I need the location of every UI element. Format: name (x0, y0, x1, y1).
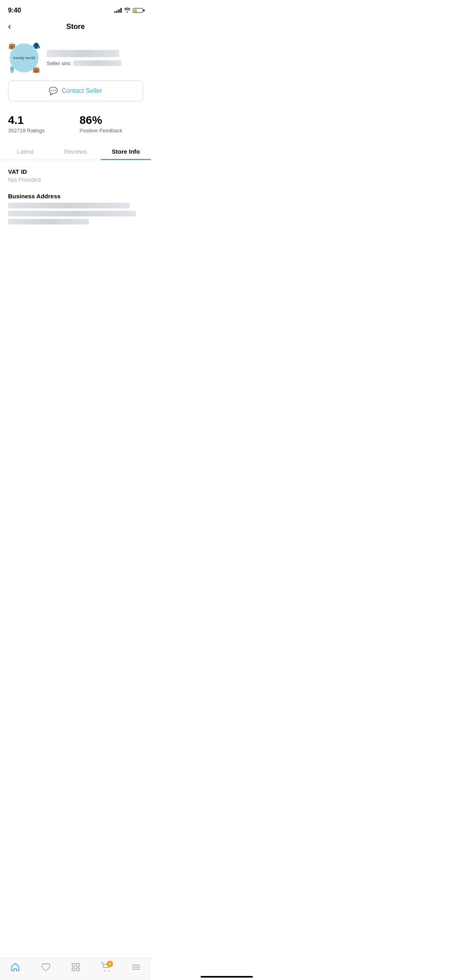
rating-label: 352718 Ratings (8, 128, 72, 134)
feedback-label: Positive Feedback (80, 128, 143, 134)
vat-section: VAT ID Not Provided (8, 168, 143, 183)
vat-value: Not Provided (8, 177, 143, 183)
address-line-1-blurred (8, 203, 130, 208)
header: ‹ Store (0, 18, 151, 35)
contact-btn-container: 💬 Contact Seller (0, 79, 151, 108)
status-icons (114, 8, 143, 14)
store-info-text: Seller sinc (47, 50, 143, 66)
tab-latest[interactable]: Latest (0, 143, 50, 160)
store-logo: 👜 🧥 trendy world 🩴 👜 (8, 42, 40, 74)
page-title: Store (66, 23, 85, 31)
contact-seller-button[interactable]: 💬 Contact Seller (8, 80, 143, 101)
battery-icon (133, 8, 143, 13)
feedback-stat: 86% Positive Feedback (80, 114, 143, 134)
wifi-icon (124, 8, 130, 14)
contact-icon: 💬 (49, 86, 58, 95)
signal-icon (114, 8, 122, 13)
rating-stat: 4.1 352718 Ratings (8, 114, 72, 134)
address-section: Business Address (8, 193, 143, 224)
address-line-3-blurred (8, 219, 89, 224)
emoji-br: 👜 (32, 66, 40, 73)
store-logo-text: trendy world (13, 56, 35, 60)
status-time: 9:40 (8, 7, 21, 14)
seller-since-blurred (73, 60, 122, 66)
store-name-blurred (47, 50, 119, 57)
store-since-row: Seller sinc (47, 60, 143, 66)
feedback-value: 86% (80, 114, 143, 127)
back-button[interactable]: ‹ (8, 22, 11, 31)
store-info-content: VAT ID Not Provided Business Address (0, 160, 151, 242)
address-title: Business Address (8, 193, 143, 200)
tab-store-info[interactable]: Store Info (101, 143, 151, 160)
contact-label: Contact Seller (62, 87, 102, 95)
stats-row: 4.1 352718 Ratings 86% Positive Feedback (0, 108, 151, 140)
seller-since-label: Seller sinc (47, 60, 71, 66)
tab-reviews[interactable]: Reviews (50, 143, 101, 160)
rating-value: 4.1 (8, 114, 72, 127)
address-line-2-blurred (8, 211, 136, 216)
emoji-bl: 🩴 (8, 66, 16, 73)
status-bar: 9:40 (0, 0, 151, 18)
store-profile: 👜 🧥 trendy world 🩴 👜 Seller sinc (0, 35, 151, 79)
tabs: Latest Reviews Store Info (0, 143, 151, 160)
vat-title: VAT ID (8, 168, 143, 175)
